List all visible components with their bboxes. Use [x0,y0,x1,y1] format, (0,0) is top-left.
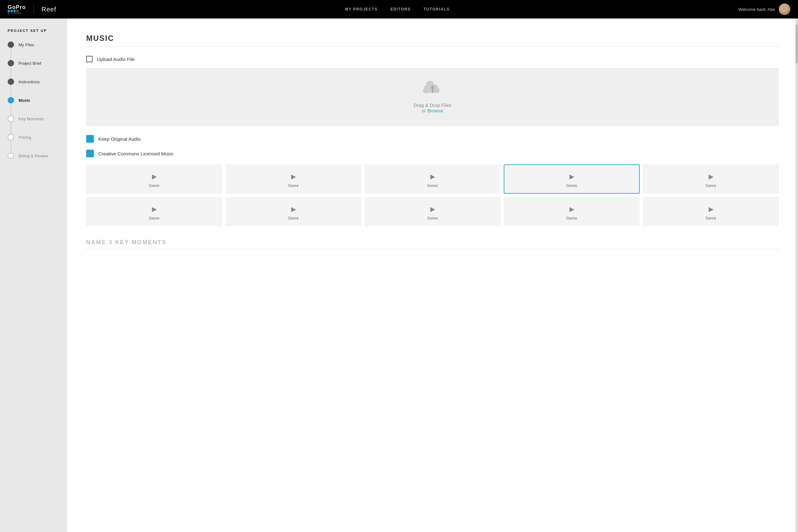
play-icon-2: ▶ [291,173,296,180]
play-icon-1: ▶ [152,173,157,180]
step-label-billing-review: Billing & Review [19,153,48,158]
avatar-image [779,3,790,15]
step-connector-5 [11,122,11,134]
scrollbar-thumb[interactable] [795,25,798,63]
dropzone-or-browse: or Browse [422,108,443,113]
drag-drop-label: Drag & Drop Files [413,102,451,108]
logo-gopro-text: GoPro [8,4,26,10]
step-circle-music [8,97,14,103]
step-circle-billing-review [8,153,14,159]
genre-label-3: Genre [427,184,438,188]
nav-my-projects[interactable]: MY PROJECTS [345,7,378,12]
step-circle-key-moments [8,116,14,122]
genre-card-6[interactable]: ▶Genre [86,197,222,226]
step-connector-1 [11,48,11,60]
step-connector-3 [11,85,11,97]
genre-card-1[interactable]: ▶Genre [86,164,222,194]
scrollbar[interactable] [795,19,798,532]
logo[interactable]: GoPro Be a HERO. Reef [8,4,56,14]
step-label-instructions: Instructions [19,79,40,84]
genre-label-1: Genre [149,184,159,188]
sidebar-item-project-brief[interactable]: Project Brief [8,60,59,66]
logo-divider [34,4,34,14]
step-label-pricing: Pricing [19,135,31,140]
play-icon-8: ▶ [430,205,435,213]
step-label-project-brief: Project Brief [19,61,41,66]
dropzone[interactable]: Drag & Drop Files or Browse [86,68,779,126]
sidebar-item-pricing[interactable]: Pricing [8,134,59,140]
cloud-upload-icon [423,81,442,99]
key-moments-section: NAME 3 KEY MOMENTS [86,239,779,249]
keep-original-toggle[interactable] [86,135,94,142]
step-connector-2 [11,66,11,78]
step-circle-instructions [8,78,14,85]
step-connector-4 [11,103,11,116]
play-icon-6: ▶ [152,205,157,213]
genre-label-10: Genre [705,216,716,221]
play-icon-7: ▶ [291,205,296,213]
avatar[interactable] [779,3,790,15]
section-divider-music [86,46,779,47]
genre-card-8[interactable]: ▶Genre [364,197,500,226]
header-user: Welcome back, Abe [738,3,790,15]
genre-label-2: Genre [288,184,299,188]
play-icon-9: ▶ [569,205,574,213]
play-icon-5: ▶ [709,173,714,180]
step-label-key-moments: Key Moments [19,116,44,121]
sidebar-item-instructions[interactable]: Instructions [8,78,59,85]
genre-label-6: Genre [149,216,159,221]
genre-card-2[interactable]: ▶Genre [225,164,361,194]
browse-link[interactable]: Browse [428,108,443,113]
genre-label-8: Genre [427,216,438,221]
logo-dots [8,10,19,12]
layout: PROJECT SET UP My Files Project Brief In… [0,19,798,532]
genre-grid: ▶Genre▶Genre▶Genre▶Genre▶Genre▶Genre▶Gen… [86,164,779,226]
upload-audio-checkbox[interactable] [86,56,93,62]
sidebar-steps: My Files Project Brief Instructions Musi… [8,41,59,159]
sidebar-item-billing-review[interactable]: Billing & Review [8,153,59,159]
sidebar-title: PROJECT SET UP [8,29,59,33]
sidebar-item-key-moments[interactable]: Key Moments [8,116,59,122]
keep-original-row: Keep Original Audio [86,135,779,142]
logo-sub-text: Be a HERO. [8,12,22,14]
key-moments-title: NAME 3 KEY MOMENTS [86,239,779,246]
welcome-text: Welcome back, Abe [738,7,775,12]
main-content: MUSIC Upload Audio File Drag & Drop File… [67,19,798,532]
genre-card-5[interactable]: ▶Genre [643,164,779,194]
genre-label-5: Genre [705,184,716,188]
step-connector-6 [11,140,11,153]
key-moments-divider [86,249,779,249]
header-nav: MY PROJECTS EDITORS TUTORIALS [345,7,450,12]
genre-label-9: Genre [566,216,577,221]
genre-card-3[interactable]: ▶Genre [364,164,500,194]
upload-audio-row: Upload Audio File [86,56,779,62]
creative-commons-row: Creative Commons Licensed Music [86,150,779,157]
creative-commons-label: Creative Commons Licensed Music [98,151,174,156]
genre-label-4: Genre [566,184,577,188]
creative-commons-toggle[interactable] [86,150,94,157]
genre-card-10[interactable]: ▶Genre [643,197,779,226]
genre-card-9[interactable]: ▶Genre [504,197,640,226]
keep-original-label: Keep Original Audio [98,136,141,142]
upload-audio-label: Upload Audio File [97,56,135,62]
step-label-music: Music [19,98,30,103]
step-label-my-files: My Files [19,42,34,47]
step-circle-my-files [8,41,14,48]
step-circle-pricing [8,134,14,140]
sidebar-item-music[interactable]: Music [8,97,59,103]
logo-product: Reef [41,6,56,13]
sidebar: PROJECT SET UP My Files Project Brief In… [0,19,67,532]
sidebar-item-my-files[interactable]: My Files [8,41,59,48]
header: GoPro Be a HERO. Reef MY PROJECTS EDITOR… [0,0,798,19]
play-icon-3: ▶ [430,173,435,180]
genre-card-7[interactable]: ▶Genre [225,197,361,226]
section-title-music: MUSIC [86,34,779,43]
step-circle-project-brief [8,60,14,66]
play-icon-10: ▶ [709,205,714,213]
or-label: or [422,108,426,113]
nav-editors[interactable]: EDITORS [391,7,411,12]
genre-label-7: Genre [288,216,299,221]
genre-card-4[interactable]: ▶Genre [504,164,640,194]
dropzone-text: Drag & Drop Files [413,102,451,108]
nav-tutorials[interactable]: TUTORIALS [423,7,450,12]
